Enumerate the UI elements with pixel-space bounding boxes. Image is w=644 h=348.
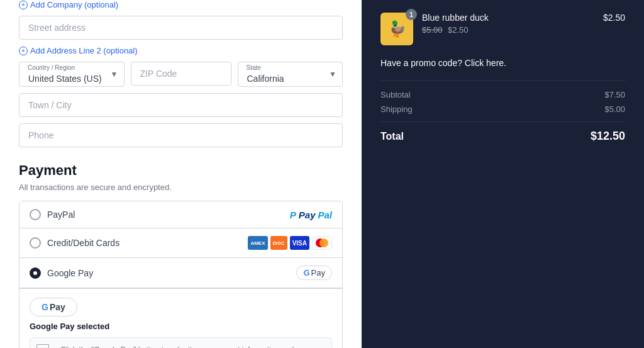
credit-radio [30, 237, 41, 249]
total-row: Total $12.50 [380, 121, 625, 143]
amex-icon: AMEX [248, 236, 267, 250]
credit-label: Credit/Debit Cards [47, 238, 119, 248]
product-image-wrap: 🦆 1 [380, 13, 413, 45]
paypal-logo: P PayPal [290, 210, 332, 220]
payment-options: PayPal P PayPal Credit/Debit Cards AMEX … [19, 201, 343, 348]
total-label: Total [380, 131, 404, 142]
product-total: $2.50 [603, 13, 625, 23]
subtotal-label: Subtotal [380, 90, 411, 99]
subtotal-row: Subtotal $7.50 [380, 90, 625, 99]
total-value: $12.50 [591, 130, 625, 143]
paypal-p-icon: P [290, 210, 296, 220]
left-panel: + Add Company (optional) + Add Address L… [0, 0, 362, 348]
town-city-input[interactable] [19, 93, 343, 117]
visa-icon: VISA [290, 236, 309, 250]
product-prices: $5.00 $2.50 [422, 24, 594, 35]
state-select-wrap: State California ▼ [238, 62, 343, 87]
credit-option[interactable]: Credit/Debit Cards AMEX DISC VISA [19, 228, 342, 258]
product-name: Blue rubber duck [422, 13, 594, 23]
add-company-link[interactable]: + Add Company (optional) [19, 0, 343, 9]
street-address-input[interactable] [19, 16, 343, 40]
gpay-button-large[interactable]: GPay [30, 298, 77, 317]
payment-section: Payment All transactions are secure and … [19, 162, 343, 348]
phone-input[interactable] [19, 123, 343, 147]
country-label: Country / Region [28, 64, 75, 71]
mastercard-icon [312, 236, 332, 250]
country-select-wrap: Country / Region United States (US) ▼ [19, 62, 125, 87]
state-label: State [247, 64, 261, 71]
product-old-price: $5.00 [422, 25, 443, 35]
paypal-radio [30, 209, 41, 220]
paypal-label: PayPal [47, 210, 75, 220]
document-icon [36, 344, 54, 348]
discover-icon: DISC [270, 236, 287, 250]
gpay-radio [30, 267, 41, 279]
right-panel: 🦆 1 Blue rubber duck $5.00 $2.50 $2.50 H… [362, 0, 644, 348]
product-new-price: $2.50 [448, 25, 469, 35]
shipping-label: Shipping [380, 104, 413, 114]
gpay-option[interactable]: Google Pay GPay [19, 258, 342, 288]
address-row: Country / Region United States (US) ▼ St… [19, 62, 343, 87]
divider [380, 81, 625, 81]
gpay-selected-text: Google Pay selected [30, 322, 332, 331]
gpay-info-text: Click the "Google Pay" button to submit … [60, 344, 325, 348]
gpay-expanded: GPay Google Pay selected Click the "Goog… [19, 288, 342, 348]
product-quantity-badge: 1 [406, 9, 417, 20]
zip-wrap [131, 62, 231, 87]
zip-input[interactable] [131, 62, 231, 86]
shipping-value: $5.00 [604, 104, 625, 114]
paypal-option[interactable]: PayPal P PayPal [19, 201, 342, 228]
card-icons: AMEX DISC VISA [248, 236, 332, 250]
payment-subtitle: All transactions are secure and encrypte… [19, 182, 343, 192]
product-row: 🦆 1 Blue rubber duck $5.00 $2.50 $2.50 [380, 13, 625, 45]
circle-plus-icon-2: + [19, 47, 28, 55]
promo-link[interactable]: Have a promo code? Click here. [380, 58, 625, 68]
gpay-label: Google Pay [47, 268, 93, 278]
circle-plus-icon: + [19, 1, 28, 9]
paypal-word: Pay [299, 210, 316, 220]
product-info: Blue rubber duck $5.00 $2.50 [422, 13, 594, 35]
gpay-info-box: Click the "Google Pay" button to submit … [30, 337, 332, 348]
add-address-link[interactable]: + Add Address Line 2 (optional) [19, 46, 343, 55]
shipping-row: Shipping $5.00 [380, 104, 625, 114]
gpay-logo: GPay [296, 266, 332, 280]
subtotal-value: $7.50 [604, 90, 625, 99]
payment-title: Payment [19, 162, 343, 179]
